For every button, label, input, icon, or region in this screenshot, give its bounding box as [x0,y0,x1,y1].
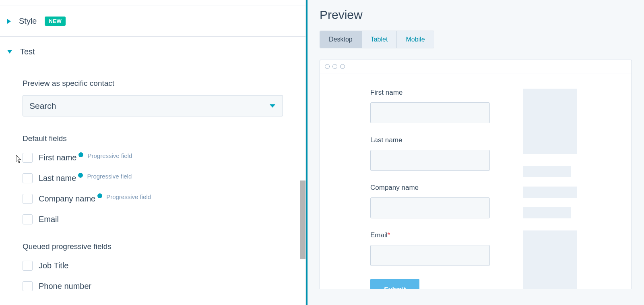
window-dot-icon [340,64,345,69]
scrollbar-thumb[interactable] [300,181,305,259]
form-label-company-name: Company name [370,184,491,192]
chevron-down-icon [7,50,12,54]
caret-down-icon [270,104,275,108]
placeholder-line [523,187,577,198]
field-row-job-title: Job Title [23,261,283,271]
section-header-test[interactable]: Test [0,37,305,67]
checkbox-last-name[interactable] [23,173,33,183]
tab-desktop[interactable]: Desktop [320,31,362,48]
field-label-first-name: First name [39,153,76,162]
form-group-company-name: Company name [370,184,491,218]
default-fields-title: Default fields [23,134,283,143]
input-company-name[interactable] [370,197,490,218]
contact-search-select[interactable]: Search [23,95,283,116]
field-row-phone-number: Phone number [23,281,283,291]
preview-panel: Preview Desktop Tablet Mobile First name… [306,0,644,305]
field-label-job-title: Job Title [39,261,68,270]
form-column: First name Last name Company name Email* [370,89,491,289]
divider [0,0,305,6]
checkbox-company-name[interactable] [23,194,33,204]
input-last-name[interactable] [370,150,490,171]
input-email[interactable] [370,245,490,266]
checkbox-email[interactable] [23,214,33,224]
checkbox-first-name[interactable] [23,153,33,163]
browser-content[interactable]: First name Last name Company name Email* [320,73,632,289]
section-title-test: Test [20,47,35,56]
form-group-last-name: Last name [370,136,491,171]
test-section-body: Preview as specific contact Search Defau… [0,67,305,305]
chevron-right-icon [7,19,11,24]
placeholder-line [523,207,571,218]
form-label-last-name: Last name [370,136,491,144]
field-label-email: Email [39,215,59,224]
search-placeholder: Search [29,101,56,111]
field-label-phone-number: Phone number [39,282,91,291]
field-row-first-name: First name Progressive field [23,153,283,163]
field-label-company-name: Company name [39,194,95,203]
form-group-email: Email* [370,231,491,266]
progressive-tag: Progressive field [87,152,132,159]
new-badge: NEW [45,17,66,26]
field-row-company-name: Company name Progressive field [23,194,283,204]
progressive-dot-icon [78,173,83,178]
placeholder-block [523,230,577,289]
input-first-name[interactable] [370,102,490,123]
browser-controls [320,60,632,73]
field-label-last-name: Last name [39,174,76,183]
checkbox-job-title[interactable] [23,261,33,271]
window-dot-icon [332,64,337,69]
form-group-first-name: First name [370,89,491,123]
tab-tablet[interactable]: Tablet [362,31,397,48]
settings-panel: Style NEW Test Preview as specific conta… [0,0,306,305]
checkbox-phone-number[interactable] [23,281,33,291]
progressive-dot-icon [97,193,102,198]
preview-title: Preview [320,8,632,22]
progressive-tag: Progressive field [106,193,151,200]
section-title-style: Style [19,17,37,26]
form-label-email: Email* [370,231,491,239]
required-star-icon: * [388,231,390,239]
placeholder-block [523,89,577,154]
progressive-tag: Progressive field [87,173,132,180]
form-preview: First name Last name Company name Email* [320,73,632,289]
device-tabs: Desktop Tablet Mobile [320,31,434,48]
submit-button[interactable]: Submit [370,279,419,289]
window-dot-icon [325,64,330,69]
field-row-last-name: Last name Progressive field [23,173,283,183]
placeholder-column [523,89,578,289]
tab-mobile[interactable]: Mobile [397,31,433,48]
section-header-style[interactable]: Style NEW [0,6,305,37]
progressive-dot-icon [78,152,83,157]
queued-fields-title: Queued progressive fields [23,242,283,251]
browser-frame: First name Last name Company name Email* [320,60,632,289]
form-label-first-name: First name [370,89,491,97]
preview-contact-label: Preview as specific contact [23,79,283,88]
placeholder-line [523,166,571,177]
field-row-email: Email [23,214,283,224]
